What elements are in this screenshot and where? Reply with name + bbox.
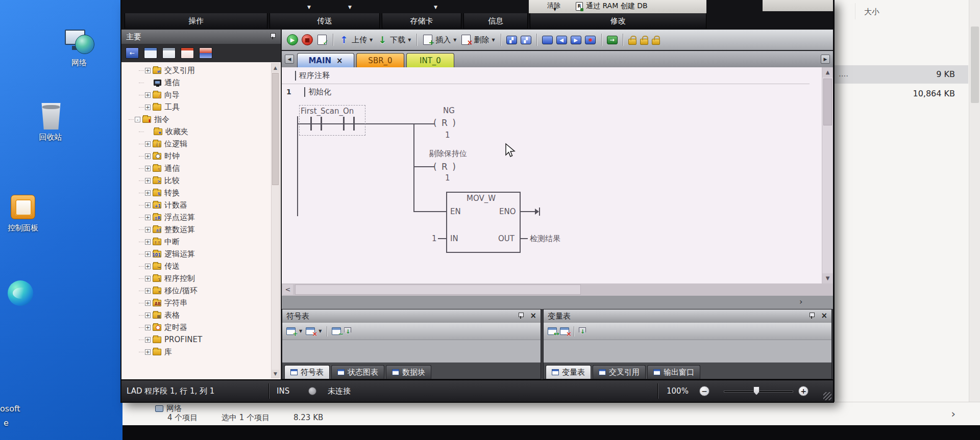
ribbon-group-修改[interactable]: 修改 [530, 13, 706, 29]
expand-right-icon[interactable]: › [799, 297, 802, 306]
ribbon-group-信息[interactable]: 信息 [463, 13, 528, 29]
expand-icon[interactable]: + [145, 190, 151, 196]
tree-item-浮点运算[interactable]: +±R浮点运算 [121, 211, 271, 223]
tab-符号表[interactable]: 符号表 [284, 365, 330, 379]
tab-输出窗口[interactable]: 输出窗口 [647, 365, 700, 379]
tree-item-计数器[interactable]: ++1计数器 [121, 199, 271, 211]
expand-icon[interactable]: + [145, 251, 151, 257]
expand-icon[interactable]: + [145, 92, 151, 98]
tab-状态图表[interactable]: 状态图表 [331, 365, 384, 379]
delete-row-icon[interactable]: × [560, 327, 569, 335]
bookmark-clear-icon[interactable]: ✱ [585, 34, 596, 45]
expand-icon[interactable]: + [145, 202, 151, 208]
apply-symbols-icon[interactable]: ↓ [344, 327, 351, 335]
dropdown-caret-icon[interactable]: ▼ [408, 38, 411, 42]
symbol-addressing-icon[interactable]: ▞ [506, 36, 517, 44]
pou-comment-button[interactable] [542, 36, 553, 44]
symbol-addressing-button[interactable]: ▞ [506, 36, 517, 44]
tree-item-时钟[interactable]: +时钟 [121, 150, 271, 162]
file-row[interactable]: 10,864 KB [835, 85, 968, 101]
expand-icon[interactable]: + [145, 141, 151, 147]
pin-icon[interactable] [518, 313, 524, 319]
scroll-down-icon[interactable]: ▼ [822, 273, 833, 283]
tree-item-通信[interactable]: 通信 [121, 76, 271, 89]
create-db-from-ram-button[interactable]: R 通过 RAM 创建 DB [576, 2, 648, 11]
tab-sbr_0[interactable]: SBR_0 [356, 53, 404, 67]
bookmark-prev-icon[interactable]: ◀ [556, 36, 567, 44]
network-comment[interactable]: 初始化 [304, 87, 331, 97]
pin-icon[interactable] [270, 33, 276, 40]
symbol-info-table-icon[interactable]: ▞ [521, 36, 531, 44]
explorer-vertical-scrollbar[interactable] [969, 0, 980, 425]
symbol-table-view-icon[interactable] [144, 47, 157, 59]
tab-数据块[interactable]: 数据块 [386, 365, 431, 379]
goto-icon[interactable]: → [607, 36, 618, 44]
tree-vertical-scrollbar[interactable]: ▲ ▼ [271, 63, 280, 378]
tree-item-程序控制[interactable]: +↴程序控制 [121, 272, 271, 284]
tree-item-工具[interactable]: +工具 [121, 101, 271, 113]
zoom-in-button[interactable]: + [798, 386, 808, 396]
tab-main[interactable]: MAIN× [297, 53, 354, 67]
compile-icon[interactable]: ✓ [316, 34, 328, 45]
expand-icon[interactable]: + [145, 105, 151, 110]
contact-operand-label[interactable]: First_Scan_On [301, 107, 354, 116]
tree-item-表格[interactable]: +▦表格 [121, 309, 271, 321]
upload-icon[interactable]: ↑ [338, 34, 350, 45]
tree-item-收藏夹[interactable]: ★收藏夹 [121, 125, 271, 138]
tree-item-逻辑运算[interactable]: +101逻辑运算 [121, 248, 271, 260]
lock-icon[interactable] [628, 39, 636, 45]
system-block-view-icon[interactable] [199, 47, 212, 59]
insert-button[interactable]: +插入▼ [422, 34, 457, 45]
bookmark-next-button[interactable]: ▶ [571, 36, 581, 44]
status-chart-view-icon[interactable] [162, 47, 176, 59]
insert-icon[interactable]: + [422, 34, 433, 45]
dropdown-caret-icon[interactable]: ▼ [299, 329, 302, 333]
run-icon[interactable]: ▶ [287, 34, 298, 45]
scroll-down-icon[interactable]: ▼ [272, 370, 279, 378]
back-view-icon[interactable]: ← [126, 47, 139, 59]
run-button[interactable]: ▶ [287, 34, 298, 45]
desktop-icon-control-panel[interactable]: 控制面板 [0, 194, 51, 233]
lock-open-icon[interactable] [640, 39, 648, 45]
tree-item-中断[interactable]: +↑↑中断 [121, 236, 271, 248]
upload-button[interactable]: ↑上传▼ [338, 34, 373, 45]
expand-chevron[interactable]: › [951, 407, 955, 420]
expand-icon[interactable]: + [145, 68, 151, 73]
pin-icon[interactable] [809, 313, 815, 319]
expand-icon[interactable]: + [145, 166, 151, 171]
ribbon-group-传送[interactable]: 传送 [270, 13, 380, 29]
ribbon-group-存储卡[interactable]: 存储卡 [382, 13, 461, 29]
dropdown-caret-icon[interactable]: ▼ [370, 38, 373, 42]
pou-comment-icon[interactable] [542, 36, 553, 44]
scroll-up-icon[interactable]: ▲ [272, 64, 279, 72]
bookmark-clear-button[interactable]: ✱ [585, 34, 596, 45]
insert-row-icon[interactable]: ~ [332, 327, 341, 335]
tree-item-位逻辑[interactable]: +┤├位逻辑 [121, 138, 271, 150]
tab-变量表[interactable]: 变量表 [546, 365, 591, 379]
move-row-icon[interactable]: ↔ [548, 327, 557, 335]
tree-item-库[interactable]: +库 [121, 346, 271, 358]
zoom-slider-thumb[interactable] [753, 386, 760, 395]
expand-icon[interactable]: + [145, 300, 151, 306]
tree-item-转换[interactable]: +⇅转换 [121, 187, 271, 199]
ladder-editor-canvas[interactable]: 程序注释 1 初始化 First_Scan_On NG ( R ) 1 剔除保持… [282, 67, 833, 283]
bookmark-next-icon[interactable]: ▶ [571, 36, 581, 44]
desktop-icon-recycle-bin[interactable]: 回收站 [22, 103, 79, 142]
insert-table-icon[interactable]: + [286, 327, 296, 335]
tree-item-传送[interactable]: +↪传送 [121, 260, 271, 272]
tree-item-向导[interactable]: +╱向导 [121, 89, 271, 101]
bookmark-prev-button[interactable]: ◀ [556, 36, 567, 44]
dropdown-caret-icon[interactable]: ▼ [307, 5, 311, 10]
file-row-selected[interactable]: .... 9 KB [835, 65, 968, 84]
lock-edit-button[interactable] [652, 35, 660, 45]
dropdown-caret-icon[interactable]: ▼ [553, 7, 556, 12]
expand-icon[interactable]: + [145, 337, 151, 343]
dropdown-caret-icon[interactable]: ▼ [453, 38, 456, 42]
stop-button[interactable]: ■ [302, 34, 313, 45]
download-icon[interactable]: ↓ [377, 34, 388, 45]
expand-icon[interactable]: + [145, 349, 151, 355]
canvas-horizontal-scrollbar[interactable]: < [282, 283, 833, 296]
expand-icon[interactable]: + [145, 178, 151, 184]
scroll-left-icon[interactable]: < [283, 284, 293, 295]
dropdown-caret-icon[interactable]: ▼ [492, 38, 495, 42]
